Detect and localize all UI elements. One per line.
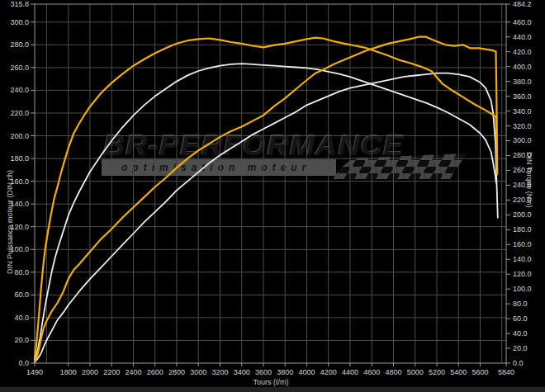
x-tick-label: 2200 — [103, 368, 120, 376]
x-tick-label: 1490 — [26, 368, 43, 376]
right-tick-label: 440.0 — [513, 33, 532, 41]
grid-lines — [35, 4, 506, 363]
left-tick-label: 40.0 — [14, 314, 29, 322]
left-tick-label: 200.0 — [10, 132, 29, 140]
left-tick-label: 260.0 — [10, 64, 29, 72]
x-tick-label: 5400 — [450, 368, 467, 376]
right-tick-label: 140.0 — [513, 255, 532, 263]
right-tick-label: 0.0 — [513, 359, 524, 367]
right-tick-label: 200.0 — [513, 210, 532, 219]
x-tick-label: 4200 — [320, 368, 337, 376]
left-tick-label: 60.0 — [14, 290, 29, 299]
left-tick-label: 20.0 — [14, 336, 29, 344]
left-tick-label: 315.8 — [10, 0, 29, 8]
right-tick-label: 160.0 — [513, 240, 532, 248]
curve-torque-stock — [35, 64, 496, 359]
left-tick-label: 80.0 — [14, 268, 29, 276]
x-tick-label: 5840 — [498, 368, 514, 376]
left-axis-title: DIN Puissance moteur (DIN ch) — [6, 170, 14, 274]
axis-ticks — [31, 4, 510, 366]
right-tick-label: 60.0 — [513, 314, 528, 323]
right-tick-label: 80.0 — [513, 300, 528, 308]
right-tick-label: 180.0 — [513, 225, 532, 234]
x-tick-label: 1800 — [60, 368, 77, 376]
curve-power-stock — [35, 73, 498, 362]
right-tick-label: 460.0 — [513, 18, 532, 26]
x-tick-label: 5200 — [429, 368, 445, 376]
x-tick-label: 4400 — [342, 368, 358, 376]
dyno-chart-window: BR-PERFORMANCE optimisation moteur 315.8… — [0, 0, 545, 392]
right-tick-label: 380.0 — [513, 78, 532, 86]
x-tick-label: 2600 — [147, 368, 164, 376]
right-tick-label: 100.0 — [513, 285, 532, 293]
curve-power-tuned — [35, 37, 497, 361]
x-tick-label: 5000 — [407, 368, 424, 376]
left-tick-label: 280.0 — [10, 40, 29, 49]
right-tick-label: 40.0 — [513, 329, 528, 338]
x-axis-title: Tours (t/m) — [0, 378, 542, 386]
right-tick-label: 300.0 — [513, 136, 532, 144]
right-tick-label: 484.2 — [513, 0, 532, 8]
dyno-chart-plot: 315.8300.0280.0260.0240.0220.0200.0180.0… — [0, 0, 545, 392]
right-tick-label: 20.0 — [513, 344, 528, 352]
x-tick-label: 4800 — [385, 368, 401, 376]
left-tick-label: 240.0 — [10, 86, 29, 94]
x-tick-label: 2800 — [168, 368, 185, 376]
x-tick-label: 2400 — [125, 368, 141, 376]
x-tick-label: 3200 — [211, 368, 228, 376]
right-tick-label: 320.0 — [513, 122, 532, 130]
bottom-window-strip — [0, 387, 545, 392]
curve-torque-tuned — [35, 38, 497, 357]
plot-border — [35, 4, 506, 363]
left-tick-label: 0.0 — [18, 359, 29, 367]
x-tick-label: 4000 — [298, 368, 315, 376]
right-tick-label: 420.0 — [513, 48, 532, 56]
left-tick-label: 180.0 — [10, 154, 29, 163]
axis-tick-labels: 315.8300.0280.0260.0240.0220.0200.0180.0… — [10, 0, 531, 376]
x-tick-label: 5600 — [472, 368, 488, 376]
x-tick-label: 3800 — [277, 368, 293, 376]
right-axis-title: DIN Torque (Nm) — [525, 152, 533, 208]
x-tick-label: 3000 — [190, 368, 206, 376]
right-tick-label: 120.0 — [513, 270, 532, 278]
left-tick-label: 300.0 — [10, 18, 29, 26]
x-tick-label: 2000 — [82, 368, 98, 376]
right-tick-label: 340.0 — [513, 107, 532, 116]
right-tick-label: 400.0 — [513, 63, 532, 71]
right-tick-label: 360.0 — [513, 92, 532, 101]
x-tick-label: 3600 — [255, 368, 272, 376]
x-tick-label: 3400 — [234, 368, 250, 376]
curves — [35, 37, 498, 362]
x-tick-label: 4600 — [363, 368, 380, 376]
left-tick-label: 220.0 — [10, 109, 29, 117]
